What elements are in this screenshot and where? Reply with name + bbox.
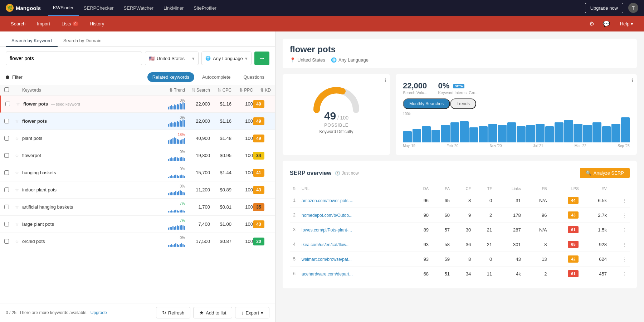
chart-info-icon[interactable]: ℹ (631, 78, 633, 83)
analyze-serp-button[interactable]: 🔍 Analyze SERP (580, 168, 630, 178)
select-all-checkbox[interactable] (4, 87, 9, 92)
serp-table: ⇅ URL DA PA CF TF Links FB LPS EV (290, 184, 630, 281)
serp-row-5: 5 walmart.com/browse/pat... 93 59 8 0 43… (290, 252, 630, 267)
chart-labels: May '19 Feb '20 Nov '20 Jul '21 Mar '22 … (403, 144, 630, 148)
stats-area: ℹ 49 / 100 POSSIBLE Keyword Difficulty (283, 74, 637, 155)
serp-title: SERP overview (290, 170, 331, 176)
nav-linkminer[interactable]: LinkMiner (158, 0, 189, 16)
filter-button[interactable]: Filter (12, 74, 23, 80)
table-row: ☆ indoor plant pots 0% (0, 181, 275, 199)
col-links[interactable]: Links (495, 184, 524, 193)
search-bar: 🇺🇸 United States ▾ 🌐 Any Language ▾ → (0, 47, 275, 69)
serp-url-3[interactable]: lowes.com/pl/Pots-plant-... (302, 228, 352, 233)
col-url[interactable]: URL (299, 184, 410, 193)
main-layout: Search by Keyword Search by Domain 🇺🇸 Un… (0, 31, 644, 322)
search-volume-label: Search Volu... (403, 91, 428, 95)
serp-url-6[interactable]: acehardware.com/depart... (302, 272, 353, 277)
serp-url-5[interactable]: walmart.com/browse/pat... (302, 257, 352, 262)
clock-icon: 🕐 (335, 171, 340, 176)
trends-tab[interactable]: Trends (450, 98, 476, 109)
col-pa[interactable]: PA (431, 184, 453, 193)
col-lps[interactable]: LPS (550, 184, 582, 193)
nav-serpchecker[interactable]: SERPChecker (79, 0, 119, 16)
sec-nav: Search Import Lists 0 History ⚙ 💬 Help ▾ (0, 16, 644, 31)
btn-related-keywords[interactable]: Related keywords (147, 72, 194, 82)
row-star-2[interactable]: ☆ (15, 119, 22, 124)
btn-autocomplete[interactable]: Autocomplete (197, 72, 236, 82)
upgrade-button[interactable]: Upgrade now (585, 3, 623, 13)
lists-badge: 0 (73, 21, 78, 26)
table-row: ☆ flower pots 0% (0, 113, 275, 130)
keyword-input[interactable] (6, 52, 142, 65)
serp-url-1[interactable]: amazon.com/flower-pots-... (302, 198, 353, 203)
right-panel: flower pots 📍 United States 🌐 Any Langua… (275, 31, 644, 322)
table-row: ☆ artificial hanging baskets 7% (0, 199, 275, 216)
header-trend[interactable]: ⇅ Trend (160, 88, 185, 93)
search-volume-stat: 22,000 Search Volu... (403, 81, 428, 95)
search-volume-value: 22,000 (403, 81, 428, 91)
col-fb[interactable]: FB (524, 184, 550, 193)
table-row: ☆ large plant pots 7% (0, 216, 275, 233)
col-rank: ⇅ (290, 184, 299, 193)
btn-questions[interactable]: Questions (238, 72, 269, 82)
more-keywords-text: There are more keywords available. (19, 310, 88, 315)
table-header: Keywords ⇅ Trend ⇅ Search ⇅ CPC ⇅ PPC ⇅ … (0, 85, 275, 96)
header-keywords[interactable]: Keywords (22, 88, 160, 93)
upgrade-link[interactable]: Upgrade (91, 310, 107, 315)
language-select[interactable]: 🌐 Any Language ▾ (201, 52, 252, 65)
refresh-button[interactable]: ↻ Refresh (156, 307, 191, 318)
filter-dot (6, 75, 9, 79)
country-flag: 🇺🇸 (149, 56, 155, 61)
serp-url-4[interactable]: ikea.com/us/en/cat/flow... (302, 242, 350, 247)
header-ppc[interactable]: ⇅ PPC (231, 88, 253, 93)
kd-card: ℹ 49 / 100 POSSIBLE Keyword Difficulty (283, 74, 390, 155)
header-cpc[interactable]: ⇅ CPC (210, 88, 231, 93)
nav-serpwatcher[interactable]: SERPWatcher (119, 0, 158, 16)
col-ev[interactable]: EV (581, 184, 609, 193)
export-button[interactable]: ↓ Export ▾ (235, 307, 269, 318)
result-count: 0 / 25 (6, 310, 16, 315)
table-row: ☆ plant pots -18% (0, 130, 275, 147)
row-trend-1: 0% (160, 98, 185, 109)
tab-search-domain[interactable]: Search by Domain (58, 35, 107, 47)
sec-nav-import[interactable]: Import (32, 16, 55, 31)
serp-row-3: 3 lowes.com/pl/Pots-plant-... 89 57 30 2… (290, 223, 630, 237)
row-ppc-1: 100 (231, 101, 253, 107)
header-kd[interactable]: ⇅ KD (253, 88, 271, 93)
sec-nav-history[interactable]: History (85, 16, 109, 31)
search-button[interactable]: → (254, 52, 269, 65)
filter-bar: Filter Related keywords Autocomplete Que… (0, 69, 275, 85)
row-check-1[interactable] (5, 102, 16, 106)
kd-sub-label: Keyword Difficulty (319, 129, 353, 134)
add-to-list-button[interactable]: ★ Add to list (193, 307, 232, 318)
monthly-searches-tab[interactable]: Monthly Searches (403, 98, 450, 109)
nav-siteprofiler[interactable]: SiteProfiler (189, 0, 221, 16)
kd-info-icon[interactable]: ℹ (385, 78, 386, 83)
serp-header: SERP overview 🕐 Just now 🔍 Analyze SERP (290, 168, 630, 178)
nav-kwfinder[interactable]: KWFinder (48, 0, 79, 16)
settings-icon[interactable]: ⚙ (586, 20, 598, 27)
col-cf[interactable]: CF (453, 184, 474, 193)
row-star-4[interactable]: ☆ (15, 153, 22, 158)
row-star-3[interactable]: ☆ (15, 136, 22, 141)
row-star-1[interactable]: ☆ (16, 102, 23, 107)
keyword-meta: 📍 United States 🌐 Any Language (290, 57, 630, 63)
lang-icon: 🌐 (205, 56, 211, 61)
row-cpc-1: $1.16 (210, 101, 231, 107)
sec-nav-search[interactable]: Search (6, 16, 30, 31)
header-search[interactable]: ⇅ Search (185, 88, 210, 93)
header-check[interactable] (4, 87, 15, 93)
sec-nav-lists[interactable]: Lists 0 (57, 16, 83, 31)
country-select[interactable]: 🇺🇸 United States ▾ (145, 52, 199, 65)
help-button[interactable]: Help ▾ (615, 16, 638, 31)
serp-url-2[interactable]: homedepot.com/b/Outdo... (302, 213, 352, 218)
bottom-bar: 0 / 25 There are more keywords available… (0, 303, 275, 322)
chat-icon[interactable]: 💬 (599, 20, 614, 27)
tab-search-keyword[interactable]: Search by Keyword (6, 35, 58, 47)
col-da[interactable]: DA (410, 184, 431, 193)
serp-row-4: 4 ikea.com/us/en/cat/flow... 93 58 36 21… (290, 237, 630, 252)
col-tf[interactable]: TF (474, 184, 495, 193)
keyword-title: flower pots (290, 44, 630, 54)
keyword-interest-stat: 0% BETA Keyword Interest Gro... (438, 81, 479, 95)
analyze-icon: 🔍 (586, 170, 591, 176)
